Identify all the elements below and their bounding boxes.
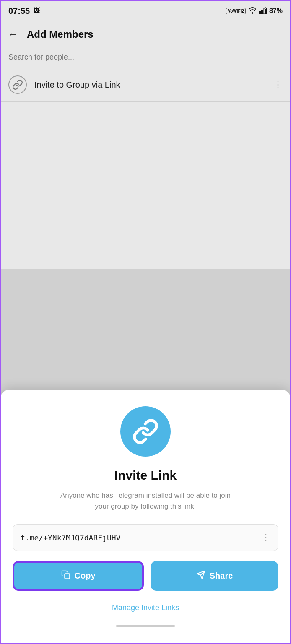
manage-invite-links-label: Manage Invite Links (112, 603, 179, 612)
list-section: Invite to Group via Link ⋮ (0, 68, 291, 269)
copy-label: Copy (75, 571, 96, 581)
share-button[interactable]: Share (151, 561, 278, 591)
svg-line-4 (265, 7, 267, 9)
time-display: 07:55 (8, 6, 30, 16)
invite-link-label: Invite to Group via Link (34, 80, 120, 90)
invite-link-title: Invite Link (114, 468, 177, 483)
manage-invite-links-button[interactable]: Manage Invite Links (112, 603, 179, 612)
link-icon-small (8, 75, 27, 94)
invite-link-item[interactable]: Invite to Group via Link ⋮ (0, 68, 291, 102)
notification-icon: 🖼 (33, 7, 40, 15)
more-options-icon[interactable]: ⋮ (261, 532, 270, 543)
invite-link-icon-large (120, 406, 171, 457)
drag-handle: ⋮ (273, 80, 283, 89)
invite-link-url: t.me/+YNk7MJQ7dARFjUHV (21, 533, 261, 542)
status-time: 07:55 🖼 (8, 6, 40, 16)
svg-rect-0 (259, 11, 261, 14)
share-label: Share (210, 571, 233, 581)
battery-display: 87% (269, 7, 283, 15)
back-button[interactable]: ← (8, 28, 18, 41)
svg-rect-5 (265, 9, 267, 14)
vowifi-label: VoWiFi2 (226, 8, 246, 14)
link-box: t.me/+YNk7MJQ7dARFjUHV ⋮ (13, 524, 278, 551)
share-icon (196, 570, 205, 582)
copy-button[interactable]: Copy (13, 561, 144, 591)
bottom-sheet: Invite Link Anyone who has Telegram inst… (0, 390, 291, 644)
top-bar: ← Add Members (0, 22, 291, 47)
svg-rect-1 (261, 10, 263, 14)
svg-rect-2 (263, 9, 265, 14)
action-buttons: Copy Share (13, 561, 278, 591)
home-indicator (116, 625, 175, 627)
wifi-icon (248, 7, 257, 15)
search-bar[interactable] (0, 47, 291, 68)
status-bar: 07:55 🖼 VoWiFi2 87% (0, 0, 291, 22)
page-title: Add Members (27, 29, 94, 40)
signal-icon (259, 7, 267, 15)
invite-link-description: Anyone who has Telegram installed will b… (53, 490, 238, 512)
search-input[interactable] (8, 53, 283, 62)
status-icons: VoWiFi2 87% (226, 7, 283, 15)
copy-icon (61, 570, 70, 582)
svg-rect-6 (65, 574, 70, 579)
